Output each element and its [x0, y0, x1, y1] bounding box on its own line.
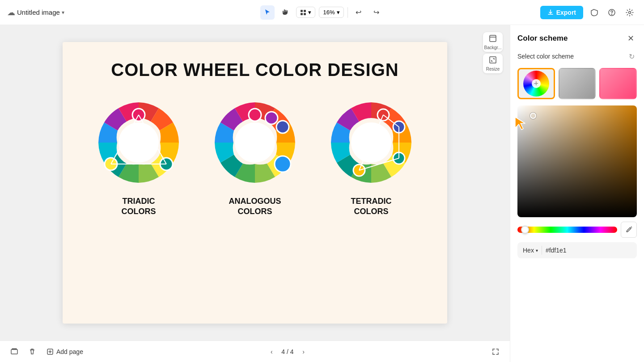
wheel-item-tetradic: TETRADICCOLORS: [326, 98, 416, 217]
bottom-bar: Add page ‹ 4 / 4 ›: [0, 341, 510, 362]
svg-point-20: [275, 156, 291, 172]
canvas-content: COLOR WHEEL COLOR DESIGN: [0, 25, 510, 341]
page-info: 4 / 4: [281, 348, 293, 355]
svg-rect-8: [490, 57, 496, 63]
color-panel: Color scheme ✕ Select color scheme ↻ +: [510, 25, 644, 362]
color-picker: Hex ▾: [517, 105, 637, 258]
hex-row: Hex ▾: [517, 242, 637, 258]
topbar-center: ▾ 16% ▾ ↩ ↪: [260, 5, 383, 20]
select-scheme-label: Select color scheme: [517, 53, 574, 60]
bottom-bar-left: Add page: [7, 345, 87, 359]
svg-point-16: [235, 122, 275, 163]
hue-slider-row: [517, 222, 637, 238]
view-dropdown-icon: ▾: [308, 9, 311, 16]
hex-mode-dropdown[interactable]: Hex ▾: [523, 247, 538, 254]
analogous-wheel-svg: [210, 98, 300, 187]
analogous-label: ANALOGOUSCOLORS: [229, 196, 281, 217]
zoom-dropdown[interactable]: 16% ▾: [319, 7, 343, 18]
undo-button[interactable]: ↩: [352, 5, 366, 20]
triadic-wheel-svg: [94, 98, 183, 187]
canvas-area: Backgr... Resize COLOR WHEEL COLOR DESIG…: [0, 25, 510, 362]
svg-point-19: [276, 121, 289, 133]
canvas-document[interactable]: COLOR WHEEL COLOR DESIGN: [63, 42, 447, 324]
color-wheels-row: TRIADICCOLORS: [94, 98, 416, 217]
cloud-icon: ☁: [7, 8, 15, 17]
tetradic-label: TETRADICCOLORS: [351, 196, 392, 217]
svg-rect-3: [304, 13, 306, 15]
scheme-swatches: +: [517, 68, 637, 99]
title-area[interactable]: ☁ Untitled image ▾: [7, 8, 64, 17]
background-tool-button[interactable]: Backgr...: [483, 32, 503, 52]
page-navigation: ‹ 4 / 4 ›: [265, 345, 309, 358]
background-icon: [489, 34, 497, 44]
export-button[interactable]: Export: [540, 6, 583, 19]
panel-title: Color scheme: [517, 34, 568, 43]
add-page-label: Add page: [56, 348, 83, 355]
swatch-rainbow[interactable]: +: [517, 68, 555, 99]
select-tool-icon[interactable]: [260, 5, 275, 20]
view-dropdown[interactable]: ▾: [296, 7, 315, 18]
document-title[interactable]: Untitled image: [17, 8, 60, 16]
redo-button[interactable]: ↪: [369, 5, 384, 20]
hex-divider: [542, 246, 542, 255]
swatch-gray[interactable]: [559, 68, 596, 99]
triadic-label: TRIADICCOLORS: [121, 196, 156, 217]
shield-icon[interactable]: [587, 5, 601, 20]
toolbar-divider: [347, 7, 348, 18]
hue-slider[interactable]: [517, 227, 617, 233]
svg-rect-31: [12, 349, 17, 349]
hex-mode-label: Hex: [523, 247, 534, 254]
topbar-left: ☁ Untitled image ▾: [7, 8, 255, 17]
topbar-right: Export: [389, 5, 637, 20]
doc-title: COLOR WHEEL COLOR DESIGN: [111, 60, 398, 80]
svg-rect-30: [11, 349, 17, 354]
layers-icon[interactable]: [7, 345, 21, 359]
mini-toolbar: Backgr... Resize: [483, 32, 503, 73]
close-panel-button[interactable]: ✕: [624, 32, 637, 45]
next-page-button[interactable]: ›: [297, 345, 310, 358]
resize-label: Resize: [486, 67, 500, 72]
refresh-icon[interactable]: ↻: [626, 51, 637, 62]
panel-header: Color scheme ✕: [517, 32, 637, 45]
eyedropper-button[interactable]: [621, 222, 637, 238]
resize-icon: [489, 56, 497, 66]
select-scheme-row: Select color scheme ↻: [517, 51, 637, 62]
add-page-button[interactable]: Add page: [43, 346, 87, 357]
background-label: Backgr...: [484, 45, 502, 50]
settings-icon[interactable]: [623, 5, 637, 20]
color-gradient-box[interactable]: [517, 105, 637, 217]
svg-point-17: [249, 109, 261, 121]
svg-point-18: [265, 112, 278, 124]
svg-point-5: [612, 14, 612, 14]
resize-tool-button[interactable]: Resize: [483, 54, 503, 73]
wheel-item-analogous: ANALOGOUSCOLORS: [210, 98, 300, 217]
prev-page-button[interactable]: ‹: [265, 345, 278, 358]
hex-value-input[interactable]: [546, 247, 631, 254]
zoom-level: 16%: [323, 9, 335, 16]
help-icon[interactable]: [605, 5, 619, 20]
fullscreen-icon[interactable]: [488, 345, 503, 359]
swatch-pink[interactable]: [599, 68, 637, 99]
wheel-item-triadic: TRIADICCOLORS: [94, 98, 183, 217]
topbar: ☁ Untitled image ▾ ▾ 16% ▾: [0, 0, 644, 25]
delete-icon[interactable]: [25, 345, 39, 359]
zoom-chevron-icon: ▾: [337, 9, 340, 16]
title-chevron-icon: ▾: [62, 9, 64, 16]
hue-thumb[interactable]: [521, 226, 529, 234]
main-area: Backgr... Resize COLOR WHEEL COLOR DESIG…: [0, 25, 644, 362]
color-gradient-cursor[interactable]: [530, 113, 536, 119]
svg-rect-7: [490, 35, 496, 42]
tetradic-wheel-svg: [326, 98, 416, 187]
svg-point-6: [629, 11, 631, 13]
svg-rect-0: [301, 10, 303, 12]
bottom-bar-center: ‹ 4 / 4 ›: [92, 345, 483, 358]
bottom-bar-right: [488, 345, 503, 359]
svg-rect-1: [304, 10, 306, 12]
grab-tool-icon[interactable]: [278, 5, 292, 20]
hex-chevron-icon: ▾: [536, 248, 538, 253]
svg-rect-2: [301, 13, 303, 15]
svg-point-9: [119, 122, 159, 163]
